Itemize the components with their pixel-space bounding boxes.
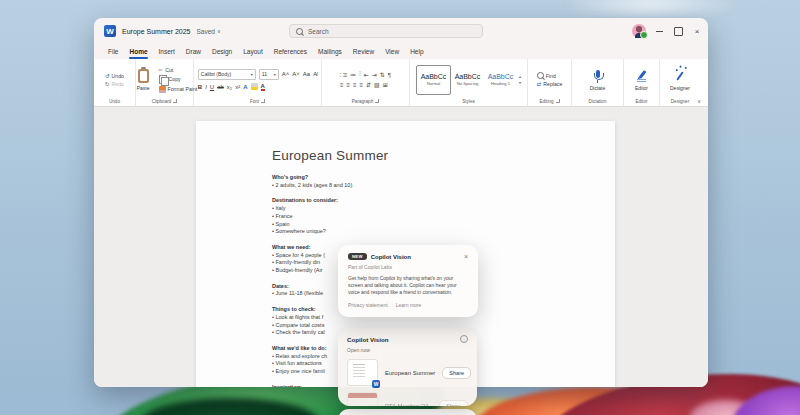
bullets-button[interactable]: ∷≡ (340, 71, 347, 78)
tab-draw[interactable]: Draw (186, 44, 201, 59)
font-name-select[interactable]: Calibri (Body)▾ (198, 69, 256, 80)
format-painter-button[interactable]: Format Paint (159, 86, 198, 93)
subscript-button[interactable]: x₂ (227, 84, 232, 90)
font-dialog-launcher[interactable] (261, 99, 265, 103)
grow-font-button[interactable]: A˄ (282, 71, 290, 77)
maximize-button[interactable] (674, 27, 683, 36)
tab-help[interactable]: Help (410, 44, 423, 59)
superscript-button[interactable]: x² (235, 84, 240, 90)
presentation-thumbnail (347, 392, 378, 406)
doc-section-heading: Destinations to consider: (272, 197, 575, 205)
shading-button[interactable]: ▨ (374, 81, 380, 88)
styles-scroll-down[interactable]: ▾ (519, 80, 521, 85)
underline-button[interactable]: U (210, 84, 214, 90)
save-status[interactable]: Saved (196, 28, 214, 35)
copilot-vision-popup: NEW Copilot Vision × Part of Copilot Lab… (338, 245, 478, 317)
shrink-font-button[interactable]: A˅ (292, 71, 300, 77)
tab-review[interactable]: Review (353, 44, 374, 59)
editor-button[interactable]: Editor (630, 69, 654, 91)
cut-button[interactable]: ✂Cut (159, 67, 198, 73)
tab-layout[interactable]: Layout (243, 44, 263, 59)
designer-button[interactable]: Designer (665, 69, 695, 91)
share-button[interactable]: Share (442, 367, 471, 379)
dictate-button[interactable]: Dictate (585, 69, 611, 91)
share-button[interactable]: Share (439, 400, 468, 407)
highlight-color-button[interactable] (251, 83, 258, 90)
clipboard-dialog-launcher[interactable] (173, 99, 177, 103)
show-marks-button[interactable]: ¶ (388, 72, 391, 78)
replace-button[interactable]: ⇄Replace (537, 81, 563, 87)
save-chevron-icon[interactable]: ∨ (217, 28, 221, 34)
find-button[interactable]: Find (537, 72, 563, 79)
editing-dialog-launcher[interactable] (556, 99, 560, 103)
doc-heading-title: European Summer (272, 148, 575, 163)
ribbon-group-designer: Designer Designer (660, 59, 700, 106)
font-color-button[interactable]: A (261, 83, 265, 91)
align-right-button[interactable]: ≡ (353, 82, 357, 88)
tab-file[interactable]: File (108, 44, 118, 59)
close-button[interactable]: × (692, 27, 702, 36)
undo-button[interactable]: ↺Undo (105, 73, 124, 79)
document-title: Europe Summer 2025 (122, 28, 190, 35)
clear-formatting-button[interactable]: A̸ (313, 71, 317, 77)
bold-button[interactable]: B (198, 84, 202, 90)
tab-insert[interactable]: Insert (159, 44, 175, 59)
text-effects-button[interactable]: A (243, 84, 247, 90)
share-item-row[interactable]: PTA Meeting '24 Share (347, 392, 468, 406)
font-group-label: Font (250, 99, 259, 104)
popup-body: Get help from Copilot by sharing what's … (348, 275, 468, 296)
info-icon[interactable]: i (460, 335, 468, 343)
doc-bullet: Somewhere unique? (272, 228, 575, 236)
search-input[interactable]: Search (289, 24, 483, 38)
strikethrough-button[interactable]: ab (217, 84, 224, 90)
cut-icon: ✂ (159, 67, 164, 73)
redo-button[interactable]: ↻Redo (105, 81, 124, 87)
italic-button[interactable]: I (205, 84, 207, 90)
style-heading-1[interactable]: AaBbCc Heading 1 (484, 66, 517, 94)
align-left-button[interactable]: ≡ (340, 82, 344, 88)
borders-button[interactable]: ⊞ (383, 81, 388, 88)
tab-view[interactable]: View (385, 44, 399, 59)
decrease-indent-button[interactable]: ⇤ (364, 71, 369, 78)
ribbon-group-editor: Editor Editor (624, 59, 660, 106)
minimize-button[interactable] (655, 26, 665, 36)
tab-references[interactable]: References (274, 44, 307, 59)
paste-icon (138, 69, 149, 83)
change-case-button[interactable]: Aa (303, 71, 310, 77)
doc-bullet: Spain (272, 221, 575, 229)
sort-button[interactable]: ⇅ (380, 71, 385, 78)
tab-home[interactable]: Home (129, 44, 147, 59)
ribbon-tabs: FileHomeInsertDrawDesignLayoutReferences… (94, 44, 708, 59)
share-item-row[interactable]: W European Summer Share (347, 359, 468, 386)
justify-button[interactable]: ≡ (359, 82, 363, 88)
desktop: W Europe Summer 2025 Saved ∨ Search × Fi… (0, 0, 800, 415)
ribbon-group-undo: ↺Undo ↻Redo Undo (94, 59, 136, 106)
tab-design[interactable]: Design (212, 44, 232, 59)
style-normal[interactable]: AaBbCc Normal (416, 65, 451, 95)
learn-more-link[interactable]: Learn more (396, 302, 422, 308)
doc-bullet: France (272, 213, 575, 221)
font-size-select[interactable]: 11▾ (259, 69, 279, 80)
popup-close-icon[interactable]: × (464, 254, 468, 260)
multilevel-list-button[interactable]: ⫶ (359, 71, 361, 78)
avatar[interactable] (632, 24, 646, 38)
collapse-ribbon-icon[interactable]: ∨ (697, 98, 701, 104)
style-no-spacing[interactable]: AaBbCc No Spacing (451, 66, 484, 94)
tab-mailings[interactable]: Mailings (318, 44, 342, 59)
editing-group-label: Editing (539, 99, 553, 104)
find-icon (537, 72, 544, 79)
clipboard-group-label: Clipboard (152, 99, 172, 104)
increase-indent-button[interactable]: ⇥ (372, 71, 377, 78)
align-center-button[interactable]: ≡ (346, 82, 350, 88)
copy-button[interactable]: Copy (159, 75, 198, 84)
numbering-button[interactable]: ≔ (350, 71, 356, 78)
styles-scroll-up[interactable]: ▴ (519, 74, 521, 79)
privacy-statement-link[interactable]: Privacy statement (348, 302, 388, 308)
paste-button[interactable]: Paste (132, 69, 155, 91)
popup-subtitle: Part of Copilot Labs (348, 264, 468, 270)
designer-wand-icon (673, 69, 687, 83)
paragraph-dialog-launcher[interactable] (375, 99, 379, 103)
copilot-bottom-pill[interactable] (338, 409, 477, 415)
line-spacing-button[interactable]: ⇵ (366, 81, 371, 88)
copy-icon (159, 75, 167, 84)
